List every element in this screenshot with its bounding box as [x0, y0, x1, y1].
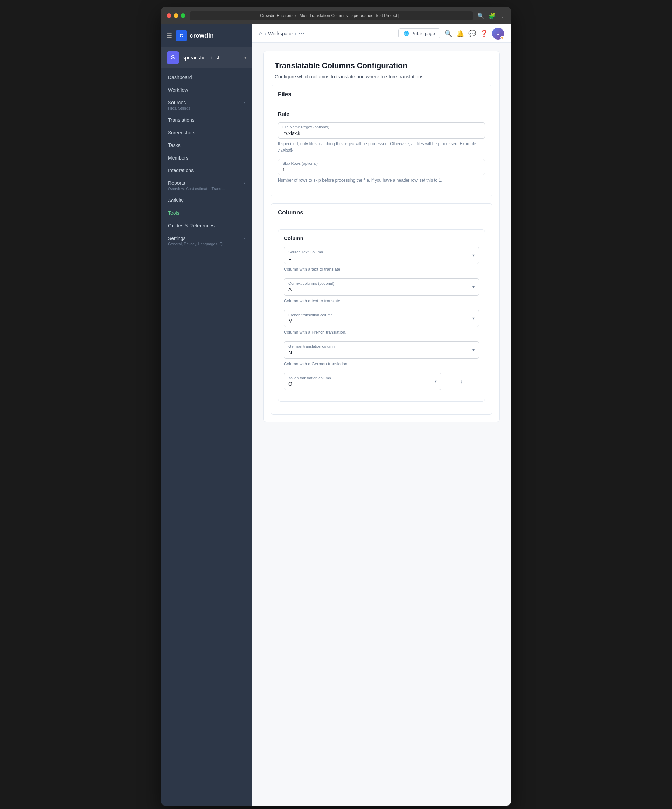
- source-text-column-label: Source Text Column: [288, 250, 466, 254]
- columns-section-title: Columns: [278, 209, 304, 216]
- delete-button[interactable]: —: [469, 376, 479, 386]
- hamburger-icon[interactable]: ☰: [166, 32, 172, 40]
- move-down-button[interactable]: ↓: [457, 376, 467, 386]
- sidebar-item-activity[interactable]: Activity: [161, 194, 252, 207]
- file-name-regex-hint: If specified, only files matching this r…: [278, 141, 485, 153]
- french-translation-select[interactable]: French translation column M ▾: [284, 310, 479, 327]
- breadcrumb-separator-2: ›: [295, 31, 296, 36]
- breadcrumb-more[interactable]: ···: [299, 30, 305, 37]
- german-translation-select[interactable]: German translation column N ▾: [284, 341, 479, 359]
- skip-rows-label: Skip Rows (optional): [282, 161, 318, 166]
- german-translation-hint: Column with a German translation.: [284, 361, 479, 367]
- source-text-column-group: Source Text Column L ▾ Column with a tex…: [284, 247, 479, 273]
- sidebar-item-label: Settings: [168, 235, 186, 241]
- german-translation-group: German translation column N ▾ Column wit…: [284, 341, 479, 367]
- maximize-button[interactable]: [181, 13, 185, 18]
- sidebar-item-members[interactable]: Members: [161, 151, 252, 164]
- skip-rows-group: Skip Rows (optional) 1 Number of rows to…: [278, 159, 485, 183]
- sidebar-item-integrations[interactable]: Integrations: [161, 164, 252, 177]
- file-name-regex-field[interactable]: File Name Regex (optional) .*\.xlsx$: [278, 123, 485, 139]
- sidebar-item-workflow[interactable]: Workflow: [161, 84, 252, 96]
- browser-search-icon[interactable]: 🔍: [477, 13, 484, 19]
- crowdin-logo-icon: C: [176, 30, 187, 41]
- sidebar-item-label: Sources: [168, 100, 186, 105]
- source-text-column-arrow-icon: ▾: [472, 253, 475, 258]
- sidebar-item-label: Members: [168, 155, 188, 161]
- italian-translation-label: Italian translation column: [288, 376, 428, 380]
- browser-extension-icon[interactable]: 🧩: [489, 13, 496, 19]
- sidebar-item-tasks[interactable]: Tasks: [161, 139, 252, 151]
- project-selector[interactable]: S spreadsheet-test ▾: [161, 47, 252, 68]
- sidebar-item-tools[interactable]: Tools: [161, 207, 252, 220]
- reports-arrow-icon: ›: [244, 181, 245, 185]
- columns-section-header: Columns: [271, 204, 492, 222]
- sidebar-item-guides[interactable]: Guides & References: [161, 220, 252, 232]
- messages-icon[interactable]: 💬: [468, 30, 476, 37]
- top-bar-actions: 🌐 Public page 🔍 🔔 💬 ❓ U: [398, 28, 504, 40]
- move-up-button[interactable]: ↑: [444, 376, 454, 386]
- skip-rows-field[interactable]: Skip Rows (optional) 1: [278, 159, 485, 175]
- context-columns-value: A: [288, 287, 292, 292]
- italian-translation-arrow-icon: ▾: [435, 379, 437, 384]
- sidebar-item-screenshots[interactable]: Screenshots: [161, 126, 252, 139]
- file-name-regex-group: File Name Regex (optional) .*\.xlsx$ If …: [278, 123, 485, 153]
- french-translation-arrow-icon: ▾: [472, 316, 475, 321]
- crowdin-logo: C crowdin: [176, 30, 214, 41]
- columns-section: Columns Column Source Text Column: [270, 203, 492, 415]
- italian-translation-group: Italian translation column O ▾ ↑ ↓ —: [284, 373, 479, 390]
- column-block-title: Column: [284, 235, 479, 241]
- sidebar-nav: Dashboard Workflow Sources › Files, Stri…: [161, 68, 252, 806]
- sidebar-item-reports[interactable]: Reports › Overview, Cost estimate, Trans…: [161, 177, 252, 194]
- user-avatar[interactable]: U: [492, 28, 504, 40]
- breadcrumb-separator: ›: [265, 31, 266, 36]
- traffic-lights: [166, 13, 185, 18]
- source-text-column-value: L: [288, 255, 291, 261]
- search-icon[interactable]: 🔍: [445, 30, 452, 37]
- sidebar-item-settings[interactable]: Settings › General, Privacy, Languages, …: [161, 232, 252, 250]
- german-translation-label: German translation column: [288, 344, 466, 349]
- project-dropdown-icon: ▾: [244, 55, 246, 60]
- source-text-column-select[interactable]: Source Text Column L ▾: [284, 247, 479, 264]
- avatar-initials: U: [496, 31, 499, 36]
- german-translation-arrow-icon: ▾: [472, 347, 475, 352]
- sidebar: ☰ C crowdin S spreadsheet-test ▾ Dashboa…: [161, 25, 252, 806]
- browser-menu-icon[interactable]: ⋮: [500, 13, 506, 19]
- italian-translation-select[interactable]: Italian translation column O ▾: [284, 373, 441, 390]
- browser-actions: 🔍 🧩 ⋮: [477, 13, 506, 19]
- context-columns-label: Context columns (optional): [288, 281, 466, 285]
- context-columns-select[interactable]: Context columns (optional) A ▾: [284, 278, 479, 296]
- sidebar-item-sources[interactable]: Sources › Files, Strings: [161, 96, 252, 114]
- column-block: Column Source Text Column L ▾ Column wit…: [278, 229, 485, 402]
- public-page-globe-icon: 🌐: [403, 31, 409, 36]
- address-bar[interactable]: Crowdin Enterprise - Multi Translation C…: [190, 11, 473, 20]
- crowdin-logo-text: crowdin: [190, 32, 214, 40]
- sidebar-item-label: Dashboard: [168, 74, 192, 80]
- browser-window: Crowdin Enterprise - Multi Translation C…: [161, 7, 511, 806]
- german-translation-value: N: [288, 349, 292, 355]
- notification-bell-icon[interactable]: 🔔: [456, 30, 464, 37]
- settings-arrow-icon: ›: [244, 236, 245, 241]
- source-text-column-hint: Column with a text to translate.: [284, 266, 479, 273]
- help-icon[interactable]: ❓: [480, 30, 488, 37]
- home-icon[interactable]: ⌂: [259, 30, 262, 37]
- french-translation-value: M: [288, 318, 292, 324]
- files-section: Files Rule File Name Regex (optional) .*…: [270, 85, 492, 196]
- sidebar-item-label: Workflow: [168, 87, 188, 93]
- skip-rows-hint: Number of rows to skip before processing…: [278, 177, 485, 183]
- sidebar-item-translations[interactable]: Translations: [161, 114, 252, 126]
- browser-chrome: Crowdin Enterprise - Multi Translation C…: [161, 7, 511, 25]
- sidebar-item-label: Activity: [168, 198, 183, 203]
- context-columns-hint: Column with a text to translate.: [284, 298, 479, 304]
- sidebar-item-label: Translations: [168, 117, 195, 123]
- sidebar-item-dashboard[interactable]: Dashboard: [161, 71, 252, 84]
- public-page-button[interactable]: 🌐 Public page: [398, 29, 440, 39]
- sidebar-item-label: Tools: [168, 210, 180, 216]
- breadcrumb-workspace[interactable]: Workspace: [268, 31, 292, 36]
- close-button[interactable]: [166, 13, 171, 18]
- minimize-button[interactable]: [174, 13, 178, 18]
- french-translation-label: French translation column: [288, 313, 466, 317]
- context-columns-arrow-icon: ▾: [472, 284, 475, 289]
- sidebar-item-label: Screenshots: [168, 130, 195, 136]
- french-translation-hint: Column with a French translation.: [284, 329, 479, 336]
- reports-sub-label: Overview, Cost estimate, Transl...: [168, 186, 225, 191]
